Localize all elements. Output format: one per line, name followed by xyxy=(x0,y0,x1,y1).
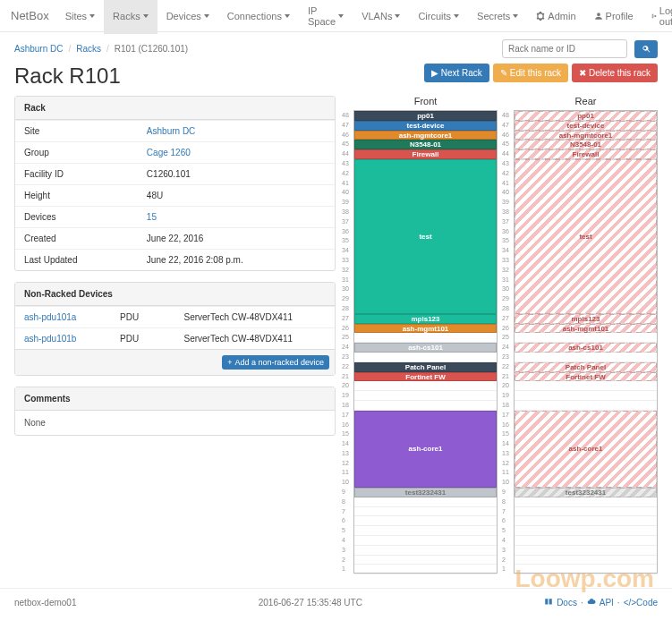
edit-rack-button[interactable]: ✎ Edit this rack xyxy=(493,64,568,82)
nav-item-circuits[interactable]: Circuits xyxy=(409,0,468,34)
u-number: 13 xyxy=(502,449,509,459)
u-number: 3 xyxy=(502,546,506,556)
u-number: 14 xyxy=(502,439,509,449)
detail-link[interactable]: Ashburn DC xyxy=(147,126,195,136)
u-number: 41 xyxy=(502,179,509,189)
chevron-down-icon xyxy=(395,14,400,18)
search-button[interactable] xyxy=(634,40,658,58)
rack-device[interactable]: Firewall xyxy=(515,149,657,159)
rack-device[interactable]: N3548-01 xyxy=(515,140,657,149)
rack-device[interactable]: Fortinet FW xyxy=(515,372,657,382)
rack-device[interactable]: test3232431 xyxy=(515,488,657,497)
footer-hostname: netbox-demo01 xyxy=(14,598,77,608)
u-number: 42 xyxy=(342,169,349,179)
docs-link[interactable]: Docs xyxy=(557,598,577,608)
table-row: GroupCage 1260 xyxy=(15,142,335,164)
panel-comments-heading: Comments xyxy=(15,387,335,411)
u-number: 2 xyxy=(502,556,506,565)
u-number: 43 xyxy=(502,159,509,169)
brand[interactable]: NetBox xyxy=(11,9,49,22)
u-number: 46 xyxy=(502,131,509,140)
u-number: 7 xyxy=(502,507,506,517)
rack-device[interactable]: ash-core1 xyxy=(515,411,657,488)
device-link[interactable]: ash-pdu101b xyxy=(24,334,76,344)
detail-value: Cage 1260 xyxy=(138,142,335,164)
admin-link[interactable]: Admin xyxy=(527,0,584,34)
rack-device[interactable]: Patch Panel xyxy=(515,362,657,372)
nav-item-racks[interactable]: Racks xyxy=(104,0,157,34)
u-number: 12 xyxy=(342,459,349,469)
rack-device[interactable]: ash-cs101 xyxy=(354,343,497,353)
gear-icon xyxy=(536,12,545,21)
elevation-rear: 4847464544434241403938373635343332313029… xyxy=(514,110,658,574)
chevron-down-icon xyxy=(285,14,290,18)
u-number: 10 xyxy=(502,478,509,488)
profile-link[interactable]: Profile xyxy=(585,0,642,34)
rack-device[interactable]: Fortinet FW xyxy=(354,372,497,382)
u-number: 32 xyxy=(342,266,349,276)
u-number: 17 xyxy=(342,411,349,421)
u-number: 4 xyxy=(342,536,345,546)
chevron-down-icon xyxy=(513,14,518,18)
u-number: 12 xyxy=(502,459,509,469)
rack-device[interactable]: pp01 xyxy=(354,111,497,121)
rack-device[interactable]: ash-mgmt101 xyxy=(354,324,497,334)
rack-device[interactable]: mpls123 xyxy=(354,314,497,324)
search-input[interactable] xyxy=(502,39,627,58)
nav-item-vlans[interactable]: VLANs xyxy=(353,0,409,34)
delete-rack-button[interactable]: ✖ Delete this rack xyxy=(572,64,658,82)
breadcrumb-racks[interactable]: Racks xyxy=(76,44,101,54)
table-rack-details: SiteAshburn DCGroupCage 1260Facility IDC… xyxy=(15,120,335,270)
rack-device[interactable]: test-device xyxy=(515,121,657,131)
rack-device[interactable]: ash-cs101 xyxy=(515,343,657,353)
rack-device[interactable]: ash-mgmtcore1 xyxy=(515,131,657,140)
nav-item-connections[interactable]: Connections xyxy=(218,0,299,34)
device-link[interactable]: ash-pdu101a xyxy=(24,312,76,322)
u-number: 33 xyxy=(342,256,349,266)
table-row: Devices15 xyxy=(15,207,335,228)
u-number: 26 xyxy=(342,324,349,334)
u-number: 43 xyxy=(342,159,349,169)
rack-device[interactable]: test xyxy=(354,159,497,314)
api-link[interactable]: API xyxy=(600,598,614,608)
u-number: 22 xyxy=(502,362,509,372)
detail-link[interactable]: Cage 1260 xyxy=(147,148,191,157)
rack-device[interactable]: mpls123 xyxy=(515,314,657,324)
nav-item-ip-space[interactable]: IP Space xyxy=(299,0,353,34)
u-number: 28 xyxy=(502,304,509,314)
rack-device[interactable]: pp01 xyxy=(515,111,657,121)
panel-rack-heading: Rack xyxy=(15,97,335,120)
rack-device[interactable]: test3232431 xyxy=(354,488,497,497)
rack-device[interactable]: ash-core1 xyxy=(354,411,497,488)
nav-item-sites[interactable]: Sites xyxy=(56,0,104,34)
u-number: 19 xyxy=(502,391,509,401)
rack-device[interactable]: Firewall xyxy=(354,149,497,159)
u-number: 47 xyxy=(502,121,509,131)
u-number: 48 xyxy=(342,111,349,121)
next-rack-button[interactable]: ▶ Next Rack xyxy=(424,64,489,82)
rack-device[interactable]: test-device xyxy=(354,121,497,131)
device-type: PDU xyxy=(111,328,174,350)
rack-device[interactable]: test xyxy=(515,159,657,314)
breadcrumb-site[interactable]: Ashburn DC xyxy=(14,44,63,54)
code-link[interactable]: </>Code xyxy=(624,598,658,608)
comments-body: None xyxy=(15,411,335,435)
nav-item-secrets[interactable]: Secrets xyxy=(468,0,527,34)
rack-device[interactable]: Patch Panel xyxy=(354,362,497,372)
nav-item-devices[interactable]: Devices xyxy=(157,0,218,34)
detail-value: C1260.101 xyxy=(138,164,335,185)
u-number: 23 xyxy=(502,353,509,362)
chevron-down-icon xyxy=(338,14,344,18)
u-number: 31 xyxy=(502,276,509,285)
chevron-down-icon xyxy=(89,14,95,18)
u-number: 9 xyxy=(502,488,506,497)
rack-device[interactable]: ash-mgmtcore1 xyxy=(354,131,497,140)
detail-key: Site xyxy=(15,121,138,142)
detail-link[interactable]: 15 xyxy=(147,212,157,222)
add-nonracked-button[interactable]: + Add a non-racked device xyxy=(222,355,329,370)
u-number: 25 xyxy=(342,333,349,343)
device-model: ServerTech CW-48VDX411 xyxy=(174,307,335,328)
rack-device[interactable]: N3548-01 xyxy=(354,140,497,149)
rack-device[interactable]: ash-mgmt101 xyxy=(515,324,657,334)
logout-link[interactable]: Log out xyxy=(642,0,672,34)
